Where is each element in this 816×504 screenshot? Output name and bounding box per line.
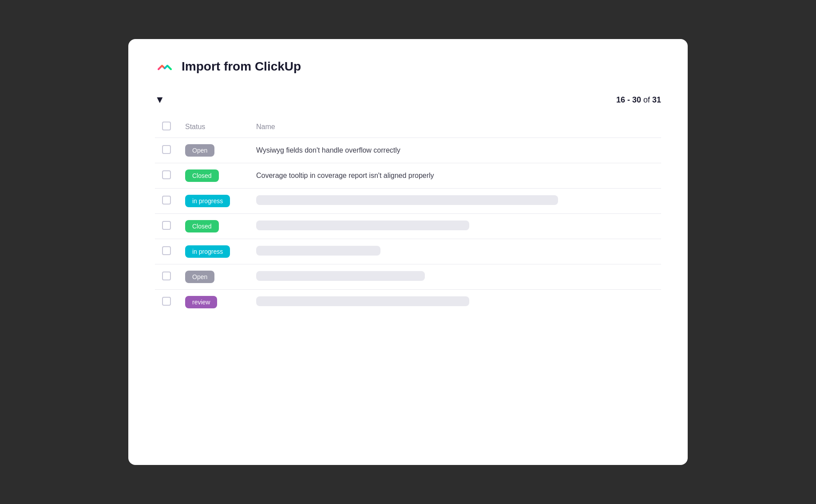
pagination-range: 16 - 30 bbox=[616, 95, 641, 104]
toolbar: ▼ 16 - 30 of 31 bbox=[155, 94, 661, 106]
table-row: Closed bbox=[155, 214, 661, 239]
row-status-cell: review bbox=[178, 290, 249, 315]
row-status-cell: Closed bbox=[178, 163, 249, 189]
status-badge: Open bbox=[185, 271, 214, 283]
header-checkbox[interactable] bbox=[162, 122, 171, 130]
row-checkbox-0[interactable] bbox=[162, 145, 171, 154]
status-badge: in progress bbox=[185, 245, 230, 258]
table-row: review bbox=[155, 290, 661, 315]
status-badge: Open bbox=[185, 144, 214, 157]
row-checkbox-cell bbox=[155, 264, 178, 290]
status-badge: in progress bbox=[185, 195, 230, 207]
task-name: Coverage tooltip in coverage report isn'… bbox=[256, 172, 434, 179]
header: Import from ClickUp bbox=[155, 57, 661, 76]
name-skeleton bbox=[256, 220, 469, 230]
filter-icon[interactable]: ▼ bbox=[155, 94, 165, 106]
row-checkbox-1[interactable] bbox=[162, 170, 171, 179]
row-checkbox-5[interactable] bbox=[162, 272, 171, 280]
row-status-cell: in progress bbox=[178, 239, 249, 264]
row-checkbox-cell bbox=[155, 163, 178, 189]
row-status-cell: Open bbox=[178, 264, 249, 290]
row-status-cell: in progress bbox=[178, 189, 249, 214]
status-badge: Closed bbox=[185, 169, 219, 182]
main-window: Import from ClickUp ▼ 16 - 30 of 31 Stat… bbox=[128, 39, 688, 465]
status-badge: review bbox=[185, 296, 217, 308]
name-skeleton bbox=[256, 271, 425, 281]
name-skeleton bbox=[256, 195, 558, 205]
col-header-name: Name bbox=[249, 116, 661, 138]
table-row: OpenWysiwyg fields don't handle overflow… bbox=[155, 138, 661, 163]
row-checkbox-6[interactable] bbox=[162, 297, 171, 306]
row-name-cell: Wysiwyg fields don't handle overflow cor… bbox=[249, 138, 661, 163]
table-row: in progress bbox=[155, 239, 661, 264]
col-header-status: Status bbox=[178, 116, 249, 138]
name-skeleton bbox=[256, 246, 380, 256]
task-name: Wysiwyg fields don't handle overflow cor… bbox=[256, 146, 400, 154]
row-checkbox-cell bbox=[155, 214, 178, 239]
row-checkbox-3[interactable] bbox=[162, 221, 171, 230]
table-row: Open bbox=[155, 264, 661, 290]
row-name-cell bbox=[249, 214, 661, 239]
table-row: in progress bbox=[155, 189, 661, 214]
row-name-cell bbox=[249, 189, 661, 214]
row-checkbox-cell bbox=[155, 239, 178, 264]
clickup-logo bbox=[155, 57, 174, 76]
row-name-cell: Coverage tooltip in coverage report isn'… bbox=[249, 163, 661, 189]
row-status-cell: Open bbox=[178, 138, 249, 163]
table-row: ClosedCoverage tooltip in coverage repor… bbox=[155, 163, 661, 189]
row-name-cell bbox=[249, 239, 661, 264]
name-skeleton bbox=[256, 296, 469, 306]
page-title: Import from ClickUp bbox=[182, 59, 301, 74]
pagination-total: 31 bbox=[652, 95, 661, 104]
row-name-cell bbox=[249, 290, 661, 315]
row-checkbox-cell bbox=[155, 138, 178, 163]
row-name-cell bbox=[249, 264, 661, 290]
pagination-info: 16 - 30 of 31 bbox=[616, 95, 661, 105]
row-checkbox-4[interactable] bbox=[162, 246, 171, 255]
row-checkbox-cell bbox=[155, 290, 178, 315]
tasks-table: Status Name OpenWysiwyg fields don't han… bbox=[155, 116, 661, 315]
row-checkbox-2[interactable] bbox=[162, 196, 171, 205]
table-header-row: Status Name bbox=[155, 116, 661, 138]
row-status-cell: Closed bbox=[178, 214, 249, 239]
col-header-checkbox bbox=[155, 116, 178, 138]
status-badge: Closed bbox=[185, 220, 219, 232]
row-checkbox-cell bbox=[155, 189, 178, 214]
